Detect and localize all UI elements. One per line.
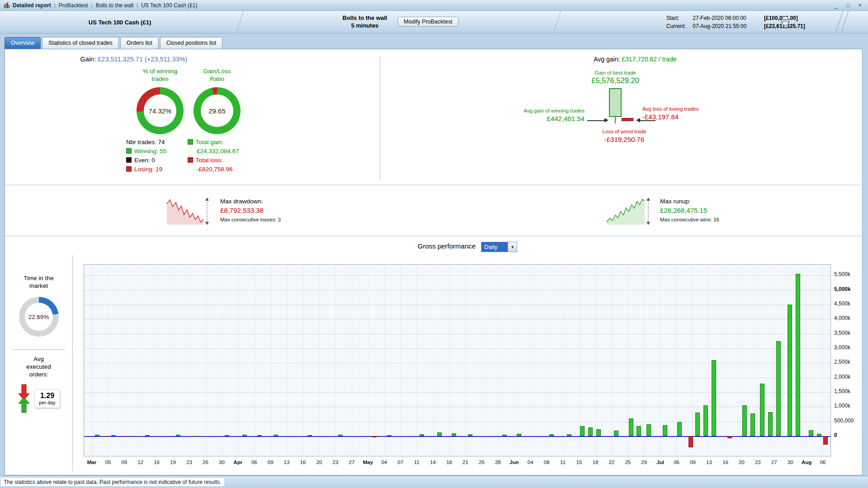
worst-trade-value: -£319,250.76 (566, 136, 683, 143)
disclaimer-text: The statistics above relate to past data… (1, 478, 224, 486)
x-tick-label: 27 (771, 460, 777, 465)
x-tick-label: Apr (233, 460, 242, 465)
performance-bar (111, 435, 116, 436)
titlebar-separator: | (91, 2, 93, 9)
grid-line-vertical (774, 265, 774, 456)
titlebar-item-instrument: US Tech 100 Cash (£1) (141, 2, 198, 9)
gain-summary: Gain: £23,511,325.71 (+23,511.33%) (5, 56, 263, 63)
y-tick-label: 500,000 (834, 418, 854, 424)
total-loss-row: Total loss: (188, 156, 251, 165)
arrow-left-icon (636, 118, 640, 122)
modify-probacktest-button[interactable]: Modify ProBacktest (398, 17, 458, 27)
grid-line-vertical (417, 265, 417, 456)
x-tick-label: 26 (203, 460, 208, 465)
avg-orders-unit: per day (39, 400, 56, 405)
performance-bar (796, 274, 800, 436)
close-button[interactable]: × (855, 2, 864, 9)
avg-orders-value: 1.29 (39, 392, 56, 400)
gain-value: £23,511,325.71 (+23,511.33%) (98, 56, 187, 63)
grid-line-vertical (627, 265, 628, 456)
y-tick-label: 5,000k (834, 286, 851, 292)
tab-orders-list[interactable]: Orders list (120, 37, 159, 49)
performance-bar (420, 434, 424, 436)
avg-loss-value: -£43,197.84 (642, 113, 755, 121)
total-loss-value: -£820,758.96 (188, 165, 251, 174)
performance-bar (750, 413, 755, 436)
strategy-name: Bolls to the wall (335, 14, 394, 22)
grid-line-vertical (563, 265, 563, 456)
avg-orders-title: Avg executed orders: (5, 355, 72, 378)
chevron-down-icon[interactable]: ▼ (508, 242, 517, 252)
performance-bar (387, 435, 392, 436)
total-gain-row: Total gain: (188, 138, 251, 147)
minimize-button[interactable]: _ (832, 2, 841, 9)
grid-line-vertical (514, 265, 514, 456)
x-tick-label: 21 (462, 460, 468, 465)
performance-bar (580, 426, 585, 436)
grid-line-vertical (757, 265, 758, 456)
y-tick-label: 3,000k (834, 344, 850, 351)
performance-bar (663, 425, 667, 436)
x-tick-label: May (363, 460, 373, 465)
stats-section: Gain: £23,511,325.71 (+23,511.33%) % of … (5, 49, 862, 185)
x-tick-label: 23 (186, 460, 192, 465)
titlebar-item-report: Detailed report (13, 2, 51, 9)
performance-bar (788, 305, 792, 436)
report-header: US Tech 100 Cash (£1) Bolls to the wall … (0, 11, 868, 33)
best-trade-candle (609, 88, 622, 117)
arrow-line-right (587, 120, 604, 121)
performance-bar (103, 436, 108, 437)
grid-line-horizontal (84, 378, 830, 378)
tab-overview[interactable]: Overview (5, 37, 41, 49)
performance-bar (776, 341, 781, 436)
x-tick-label: 18 (593, 460, 599, 465)
x-tick-label: Aug (802, 460, 811, 465)
gain-loss-ratio-donut: 29.65 (193, 87, 241, 134)
maximize-button[interactable]: □ (844, 2, 853, 9)
total-gain-value: £24,332,084.67 (188, 147, 251, 156)
legend-swatch (126, 157, 132, 163)
grid-line-vertical (222, 265, 222, 456)
y-tick-label: 1,500k (834, 388, 850, 394)
grid-line-vertical (206, 265, 206, 456)
y-tick-label: 2,500k (834, 359, 850, 365)
grid-line-vertical (676, 265, 677, 456)
performance-bar (614, 431, 618, 436)
period-select[interactable]: Daily ▼ (481, 242, 517, 252)
current-datetime: 07-Aug-2020 21:55:00 (693, 22, 764, 30)
x-tick-label: 25 (479, 460, 485, 465)
app-icon (4, 2, 10, 9)
grid-line-vertical (384, 265, 385, 456)
x-tick-label: 14 (430, 460, 436, 465)
max-drawdown-value: £8,792,533.38 (220, 206, 281, 215)
x-tick-label: 22 (609, 460, 614, 465)
avg-win-label: Avg gain of winning trades (487, 108, 585, 113)
performance-bar (588, 427, 593, 436)
instrument-name: US Tech 100 Cash (£1) (0, 11, 240, 33)
print-icon[interactable] (780, 16, 790, 27)
x-tick-label: 20 (316, 460, 322, 465)
performance-bar (517, 434, 521, 436)
performance-bar (689, 436, 693, 447)
performance-bar (338, 435, 343, 436)
legend-swatch (126, 166, 132, 172)
tab-closed-positions-list[interactable]: Closed positions list (160, 37, 222, 49)
x-tick-label: 09 (690, 460, 696, 465)
titlebar: Detailed report | ProBacktest | Bolls to… (0, 0, 868, 11)
arrow-right-icon (604, 118, 609, 122)
grid-line-vertical (141, 265, 142, 456)
x-tick-label: 05 (105, 460, 111, 465)
grid-line-vertical (303, 265, 304, 456)
grid-line-horizontal (84, 275, 830, 276)
x-tick-label: 13 (284, 460, 290, 465)
tab-statistics-of-closed-trades[interactable]: Statistics of closed trades (42, 37, 119, 49)
market-stats-column: Time in the market 22.69% Avg executed o… (5, 255, 73, 471)
grid-line-vertical (255, 265, 255, 456)
titlebar-separator: | (54, 2, 56, 9)
gross-performance-header: Gross performance Daily ▼ (5, 236, 862, 255)
grid-line-horizontal (84, 319, 830, 319)
performance-bar (468, 434, 472, 436)
grid-line-horizontal (84, 348, 830, 349)
grid-line-vertical (92, 265, 93, 456)
grid-line-vertical (189, 265, 190, 456)
